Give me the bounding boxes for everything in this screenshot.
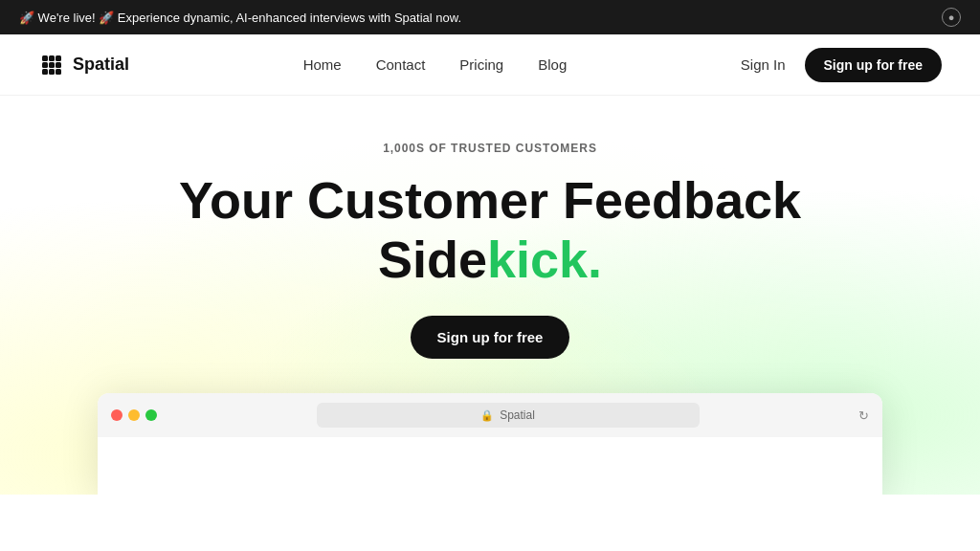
nav-home[interactable]: Home: [303, 56, 342, 73]
nav-signup-button[interactable]: Sign up for free: [805, 48, 942, 82]
svg-rect-6: [42, 69, 48, 75]
browser-content: [98, 437, 882, 495]
browser-url-bar[interactable]: 🔒 Spatial: [317, 403, 700, 428]
svg-rect-3: [42, 62, 48, 68]
nav-links: Home Contact Pricing Blog: [303, 56, 568, 73]
nav-blog[interactable]: Blog: [538, 56, 567, 73]
nav-actions: Sign In Sign up for free: [741, 48, 942, 82]
hero-tagline: 1,000s of trusted customers: [383, 142, 597, 155]
hero-title-line1: Your Customer Feedback: [179, 170, 801, 230]
navbar: Spatial Home Contact Pricing Blog Sign I…: [0, 34, 980, 96]
browser-mockup: 🔒 Spatial ↻: [98, 393, 882, 495]
svg-rect-7: [49, 69, 55, 75]
refresh-icon[interactable]: ↻: [858, 408, 869, 423]
announcement-close-button[interactable]: ●: [942, 8, 961, 27]
svg-rect-4: [49, 62, 55, 68]
svg-rect-0: [42, 55, 48, 61]
announcement-text: 🚀 We're live! 🚀 Experience dynamic, AI-e…: [19, 11, 461, 25]
browser-dots: [111, 409, 157, 421]
hero-section: 1,000s of trusted customers Your Custome…: [0, 96, 980, 495]
browser-url-text: Spatial: [500, 408, 535, 422]
nav-pricing[interactable]: Pricing: [459, 56, 503, 73]
svg-rect-2: [56, 55, 61, 61]
nav-contact[interactable]: Contact: [376, 56, 426, 73]
svg-rect-8: [56, 69, 61, 75]
hero-title-black: Side: [378, 230, 487, 289]
lock-icon: 🔒: [480, 409, 494, 422]
hero-title-line2: Sidekick.: [378, 230, 602, 289]
logo-icon: [38, 52, 65, 78]
svg-rect-1: [49, 55, 55, 61]
browser-dot-yellow: [128, 409, 140, 421]
browser-dot-red: [111, 409, 122, 421]
svg-rect-5: [56, 62, 61, 68]
sign-in-button[interactable]: Sign In: [741, 56, 786, 73]
logo-text: Spatial: [73, 55, 129, 75]
announcement-label: 🚀 We're live! 🚀 Experience dynamic, AI-e…: [19, 11, 461, 25]
hero-cta-button[interactable]: Sign up for free: [411, 316, 570, 359]
browser-dot-green: [145, 409, 157, 421]
logo[interactable]: Spatial: [38, 52, 129, 78]
browser-bar: 🔒 Spatial ↻: [98, 393, 882, 437]
announcement-bar: 🚀 We're live! 🚀 Experience dynamic, AI-e…: [0, 0, 980, 34]
hero-title-green: kick.: [487, 230, 602, 289]
close-icon: ●: [948, 11, 955, 23]
